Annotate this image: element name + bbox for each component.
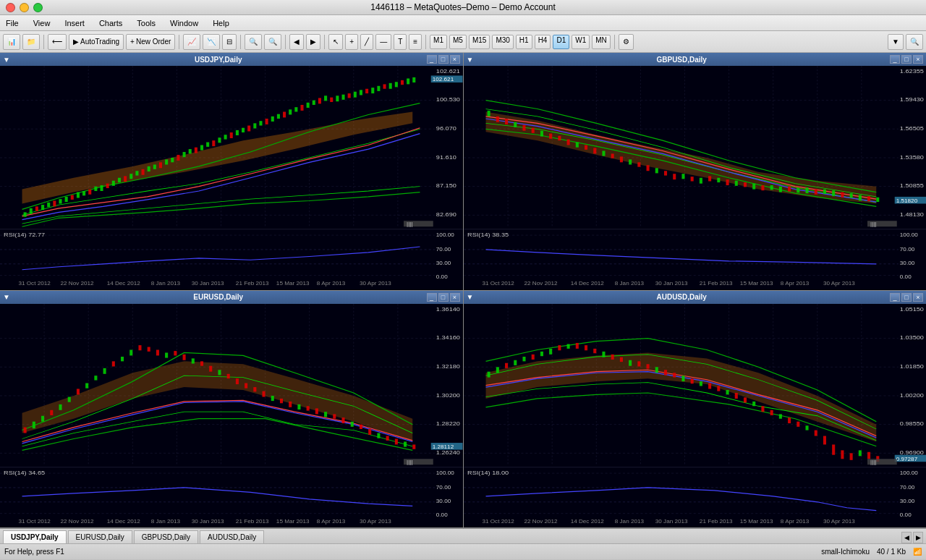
maximize-button[interactable] xyxy=(33,3,43,12)
tf-mn[interactable]: MN xyxy=(592,35,611,49)
open-btn[interactable]: 📁 xyxy=(22,34,40,50)
svg-rect-29 xyxy=(100,185,103,191)
chart-audusd-minimize[interactable]: _ xyxy=(890,293,900,302)
tf-m15[interactable]: M15 xyxy=(469,35,490,49)
crosshair-btn[interactable]: + xyxy=(345,34,358,50)
svg-rect-328 xyxy=(637,361,640,366)
tf-m30[interactable]: M30 xyxy=(492,35,513,49)
settings-btn[interactable]: ⚙ xyxy=(619,34,634,50)
zoom-in-btn[interactable]: 🔍 xyxy=(245,34,262,50)
menu-help[interactable]: Help xyxy=(210,18,232,28)
tab-scroll-left[interactable]: ◀ xyxy=(901,532,912,543)
chart-usdjpy-maximize[interactable]: □ xyxy=(438,55,449,64)
menu-insert[interactable]: Insert xyxy=(61,18,88,28)
chart-audusd-body[interactable]: 1.05150 1.03500 1.01850 1.00200 0.98550 … xyxy=(464,304,927,528)
line-draw-btn[interactable]: ╱ xyxy=(360,34,373,50)
svg-text:102.621: 102.621 xyxy=(433,77,454,82)
text-btn[interactable]: T xyxy=(394,34,407,50)
svg-rect-323 xyxy=(593,348,596,352)
tab-gbpusd-label: GBPUSD,Daily xyxy=(142,533,190,541)
chart-type-btn[interactable]: 📈 xyxy=(183,34,200,50)
autotrading-icon: ▶ xyxy=(73,38,79,46)
menu-file[interactable]: File xyxy=(3,18,22,28)
svg-rect-60 xyxy=(283,111,286,117)
new-chart-btn[interactable]: 📊 xyxy=(3,34,20,50)
svg-rect-46 xyxy=(200,145,203,150)
svg-text:14 Dec 2012: 14 Dec 2012 xyxy=(107,281,140,287)
svg-rect-136 xyxy=(549,134,552,139)
svg-text:0.00: 0.00 xyxy=(899,274,911,280)
chart-eurusd-minimize[interactable]: _ xyxy=(427,293,437,302)
chart-usdjpy-body[interactable]: 102.621 100.530 96.070 91.610 87.150 82.… xyxy=(0,66,463,290)
search-btn[interactable]: 🔍 xyxy=(906,34,923,50)
svg-rect-148 xyxy=(655,168,658,173)
tab-audusd[interactable]: AUDUSD,Daily xyxy=(200,530,264,543)
svg-rect-353 xyxy=(858,450,861,456)
svg-rect-348 xyxy=(814,430,817,436)
chart-usdjpy-minimize[interactable]: _ xyxy=(427,55,437,64)
tf-h4[interactable]: H4 xyxy=(535,35,551,49)
svg-text:30 Apr 2013: 30 Apr 2013 xyxy=(360,281,391,287)
chart-gbpusd-close[interactable]: × xyxy=(913,55,923,64)
tab-scroll-right[interactable]: ▶ xyxy=(913,532,923,543)
menu-charts[interactable]: Charts xyxy=(96,18,125,28)
line-btn[interactable]: 📉 xyxy=(203,34,220,50)
svg-rect-232 xyxy=(129,349,132,355)
svg-rect-228 xyxy=(94,376,97,380)
menu-view[interactable]: View xyxy=(30,18,54,28)
svg-text:8 Jan 2013: 8 Jan 2013 xyxy=(614,519,643,525)
svg-rect-315 xyxy=(522,357,525,361)
tab-usdjpy[interactable]: USDJPY,Daily xyxy=(3,530,67,543)
tf-m5[interactable]: M5 xyxy=(449,35,467,49)
svg-rect-332 xyxy=(673,373,676,377)
chart-usdjpy-close[interactable]: × xyxy=(450,55,460,64)
tf-w1[interactable]: W1 xyxy=(572,35,590,49)
tab-gbpusd[interactable]: GBPUSD,Daily xyxy=(134,530,198,543)
tf-m1[interactable]: M1 xyxy=(430,35,447,49)
bar-btn[interactable]: ⊟ xyxy=(222,34,237,50)
chart-gbpusd-titlebar: ▼ GBPUSD,Daily _ □ × xyxy=(464,53,927,66)
hline-btn[interactable]: — xyxy=(375,34,391,50)
chart-gbpusd-minimize[interactable]: _ xyxy=(890,55,900,64)
svg-rect-19 xyxy=(41,205,44,210)
menu-tools[interactable]: Tools xyxy=(134,18,158,28)
status-ratio: 40 / 1 Kb xyxy=(877,548,906,556)
svg-text:100.530: 100.530 xyxy=(436,97,461,103)
chart-eurusd-close[interactable]: × xyxy=(450,293,460,302)
svg-text:30 Apr 2013: 30 Apr 2013 xyxy=(823,519,854,525)
tab-usdjpy-label: USDJPY,Daily xyxy=(11,533,59,541)
scroll-right-btn[interactable]: ▶ xyxy=(306,34,320,50)
menu-window[interactable]: Window xyxy=(167,18,201,28)
chart-gbpusd-maximize[interactable]: □ xyxy=(901,55,912,64)
autotrading-btn[interactable]: ▶ AutoTrading xyxy=(69,34,124,50)
close-button[interactable] xyxy=(6,3,15,12)
zoom-out-btn[interactable]: 🔍 xyxy=(264,34,281,50)
chart-eurusd-body[interactable]: 1.36140 1.34160 1.32180 1.30200 1.28220 … xyxy=(0,304,463,528)
chart-audusd-close[interactable]: × xyxy=(913,293,923,302)
dropdown-btn[interactable]: ▼ xyxy=(888,34,904,50)
back-btn[interactable]: ⟵ xyxy=(48,34,67,50)
tf-h1[interactable]: H1 xyxy=(516,35,532,49)
minimize-button[interactable] xyxy=(20,3,29,12)
chart-audusd-maximize[interactable]: □ xyxy=(901,293,912,302)
chart-gbpusd-body[interactable]: 1.62355 1.59430 1.56505 1.53580 1.50855 … xyxy=(464,66,927,290)
chart-eurusd-maximize[interactable]: □ xyxy=(438,293,449,302)
svg-text:1.51820: 1.51820 xyxy=(896,198,917,204)
svg-rect-141 xyxy=(593,148,596,153)
more-btn[interactable]: ≡ xyxy=(409,34,422,50)
tf-d1[interactable]: D1 xyxy=(553,35,569,49)
svg-rect-30 xyxy=(106,184,109,188)
cursor-btn[interactable]: ↖ xyxy=(328,34,343,50)
svg-rect-164 xyxy=(797,188,799,192)
bottom-tabs: USDJPY,Daily EURUSD,Daily GBPUSD,Daily A… xyxy=(0,527,926,543)
svg-text:1.56505: 1.56505 xyxy=(899,126,924,132)
svg-text:RSI(14) 34.65: RSI(14) 34.65 xyxy=(4,470,45,475)
scroll-left-btn[interactable]: ◀ xyxy=(289,34,304,50)
svg-rect-264 xyxy=(412,444,415,449)
svg-text:14 Dec 2012: 14 Dec 2012 xyxy=(570,519,603,525)
svg-rect-242 xyxy=(218,370,221,375)
svg-rect-339 xyxy=(734,393,737,399)
svg-rect-26 xyxy=(82,191,85,195)
new-order-btn[interactable]: + New Order xyxy=(126,34,175,50)
tab-eurusd[interactable]: EURUSD,Daily xyxy=(68,530,132,543)
